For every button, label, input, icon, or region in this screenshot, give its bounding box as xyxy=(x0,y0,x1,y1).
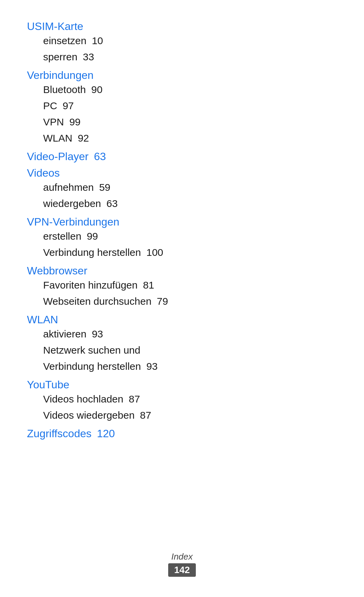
index-heading-text-videos: Videos xyxy=(27,167,60,179)
index-heading-verbindungen: Verbindungen xyxy=(27,69,337,82)
index-subitem-number-vpn-verbindungen-0: 99 xyxy=(87,231,98,242)
index-heading-number-zugriffscodes: 120 xyxy=(97,427,115,440)
index-section-zugriffscodes: Zugriffscodes120 xyxy=(27,427,337,440)
index-section-verbindungen: VerbindungenBluetooth90PC97VPN99WLAN92 xyxy=(27,69,337,146)
index-subitem-number-verbindungen-1: 97 xyxy=(63,100,74,111)
index-content: USIM-Karteeinsetzen10sperren33Verbindung… xyxy=(27,20,337,440)
index-heading-youtube: YouTube xyxy=(27,379,337,391)
index-subitem-youtube-0: Videos hochladen87 xyxy=(43,391,337,407)
index-heading-text-zugriffscodes: Zugriffscodes xyxy=(27,427,92,440)
index-section-webbrowser: WebbrowserFavoriten hinzufügen81Webseite… xyxy=(27,265,337,309)
index-subitem-youtube-1: Videos wiedergeben87 xyxy=(43,407,337,423)
index-subitem-number-wlan-0: 93 xyxy=(92,328,103,339)
index-subitem-verbindungen-2: VPN99 xyxy=(43,114,337,130)
index-subitem-number-videos-0: 59 xyxy=(99,182,110,193)
index-subitem-number-verbindungen-3: 92 xyxy=(78,132,89,144)
index-subitem-webbrowser-0: Favoriten hinzufügen81 xyxy=(43,277,337,293)
index-subitem-number-videos-1: 63 xyxy=(107,198,118,209)
index-section-usim-karte: USIM-Karteeinsetzen10sperren33 xyxy=(27,20,337,65)
index-heading-number-video-player: 63 xyxy=(94,150,106,162)
index-heading-text-vpn-verbindungen: VPN-Verbindungen xyxy=(27,216,119,228)
index-heading-text-wlan: WLAN xyxy=(27,314,58,326)
index-section-videos: Videosaufnehmen59wiedergeben63 xyxy=(27,167,337,212)
index-heading-video-player: Video-Player63 xyxy=(27,150,337,163)
index-subitem-verbindungen-3: WLAN92 xyxy=(43,130,337,146)
index-subitem-number-webbrowser-1: 79 xyxy=(157,296,168,307)
index-subitem-number-webbrowser-0: 81 xyxy=(143,279,154,291)
index-subitem-number-usim-karte-1: 33 xyxy=(83,51,94,62)
index-heading-text-usim-karte: USIM-Karte xyxy=(27,20,83,32)
footer-label: Index xyxy=(0,551,364,562)
index-subitem-vpn-verbindungen-0: erstellen99 xyxy=(43,228,337,244)
index-heading-zugriffscodes: Zugriffscodes120 xyxy=(27,427,337,440)
index-section-wlan: WLANaktivieren93Netzwerk suchen undVerbi… xyxy=(27,314,337,375)
index-subitem-verbindungen-0: Bluetooth90 xyxy=(43,82,337,98)
index-subitem-wlan-0: aktivieren93 xyxy=(43,326,337,342)
index-subitem-number-youtube-0: 87 xyxy=(129,393,140,405)
index-heading-vpn-verbindungen: VPN-Verbindungen xyxy=(27,216,337,228)
index-subitem-number-verbindungen-2: 99 xyxy=(69,116,81,127)
footer-page: 142 xyxy=(168,563,196,577)
index-subitem-videos-1: wiedergeben63 xyxy=(43,196,337,212)
index-subitem-number-verbindungen-0: 90 xyxy=(91,84,102,95)
index-subitem-number-usim-karte-0: 10 xyxy=(92,35,103,46)
index-subitem-usim-karte-0: einsetzen10 xyxy=(43,33,337,49)
index-subitem-verbindungen-1: PC97 xyxy=(43,98,337,114)
index-subitem-vpn-verbindungen-1: Verbindung herstellen100 xyxy=(43,244,337,261)
index-subitem-webbrowser-1: Webseiten durchsuchen79 xyxy=(43,293,337,309)
index-section-youtube: YouTubeVideos hochladen87Videos wiederge… xyxy=(27,379,337,423)
index-heading-wlan: WLAN xyxy=(27,314,337,326)
index-heading-webbrowser: Webbrowser xyxy=(27,265,337,277)
index-heading-usim-karte: USIM-Karte xyxy=(27,20,337,33)
index-heading-text-video-player: Video-Player xyxy=(27,150,89,162)
index-subitem-number-youtube-1: 87 xyxy=(140,410,151,421)
index-subitem-usim-karte-1: sperren33 xyxy=(43,49,337,65)
index-heading-text-youtube: YouTube xyxy=(27,379,69,391)
index-subitem-videos-0: aufnehmen59 xyxy=(43,179,337,196)
index-subitem-wlan-1: Netzwerk suchen undVerbindung herstellen… xyxy=(43,342,337,375)
index-section-vpn-verbindungen: VPN-Verbindungenerstellen99Verbindung he… xyxy=(27,216,337,261)
index-heading-text-webbrowser: Webbrowser xyxy=(27,265,87,277)
index-subitem-number-vpn-verbindungen-1: 100 xyxy=(146,247,163,258)
index-heading-text-verbindungen: Verbindungen xyxy=(27,69,94,81)
index-section-video-player: Video-Player63 xyxy=(27,150,337,163)
index-heading-videos: Videos xyxy=(27,167,337,179)
footer: Index 142 xyxy=(0,551,364,577)
